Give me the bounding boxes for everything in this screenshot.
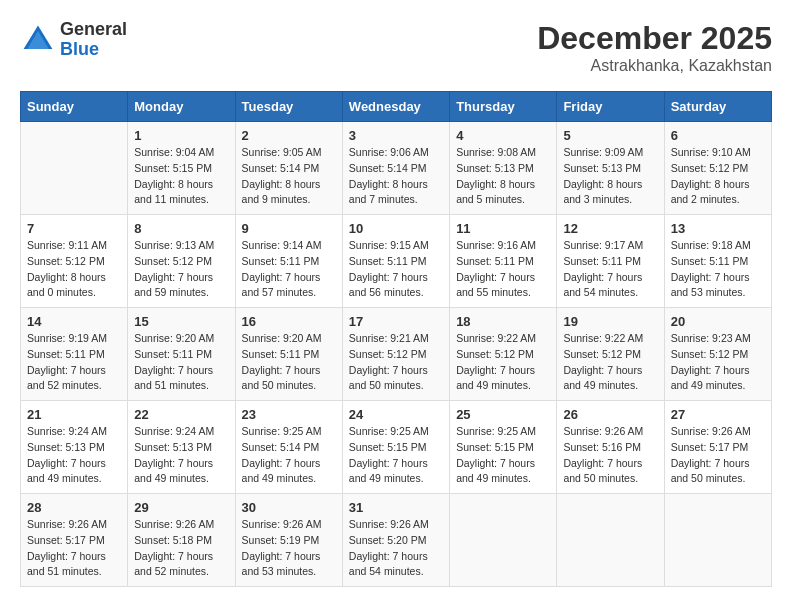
week-row-5: 28Sunrise: 9:26 AM Sunset: 5:17 PM Dayli… xyxy=(21,494,772,587)
calendar-header-row: SundayMondayTuesdayWednesdayThursdayFrid… xyxy=(21,92,772,122)
day-info: Sunrise: 9:09 AM Sunset: 5:13 PM Dayligh… xyxy=(563,145,657,208)
logo-text: General Blue xyxy=(60,20,127,60)
location-subtitle: Astrakhanka, Kazakhstan xyxy=(537,57,772,75)
logo-icon xyxy=(20,22,56,58)
day-cell: 11Sunrise: 9:16 AM Sunset: 5:11 PM Dayli… xyxy=(450,215,557,308)
day-number: 18 xyxy=(456,314,550,329)
day-number: 21 xyxy=(27,407,121,422)
day-number: 24 xyxy=(349,407,443,422)
day-number: 8 xyxy=(134,221,228,236)
day-number: 1 xyxy=(134,128,228,143)
day-cell: 9Sunrise: 9:14 AM Sunset: 5:11 PM Daylig… xyxy=(235,215,342,308)
logo-general: General xyxy=(60,20,127,40)
day-info: Sunrise: 9:13 AM Sunset: 5:12 PM Dayligh… xyxy=(134,238,228,301)
day-number: 30 xyxy=(242,500,336,515)
day-cell: 22Sunrise: 9:24 AM Sunset: 5:13 PM Dayli… xyxy=(128,401,235,494)
day-number: 15 xyxy=(134,314,228,329)
day-number: 31 xyxy=(349,500,443,515)
day-info: Sunrise: 9:06 AM Sunset: 5:14 PM Dayligh… xyxy=(349,145,443,208)
day-cell: 24Sunrise: 9:25 AM Sunset: 5:15 PM Dayli… xyxy=(342,401,449,494)
day-info: Sunrise: 9:22 AM Sunset: 5:12 PM Dayligh… xyxy=(456,331,550,394)
day-info: Sunrise: 9:20 AM Sunset: 5:11 PM Dayligh… xyxy=(134,331,228,394)
day-info: Sunrise: 9:26 AM Sunset: 5:17 PM Dayligh… xyxy=(671,424,765,487)
day-cell: 15Sunrise: 9:20 AM Sunset: 5:11 PM Dayli… xyxy=(128,308,235,401)
month-title: December 2025 xyxy=(537,20,772,57)
day-number: 13 xyxy=(671,221,765,236)
day-cell: 4Sunrise: 9:08 AM Sunset: 5:13 PM Daylig… xyxy=(450,122,557,215)
day-cell: 29Sunrise: 9:26 AM Sunset: 5:18 PM Dayli… xyxy=(128,494,235,587)
day-info: Sunrise: 9:19 AM Sunset: 5:11 PM Dayligh… xyxy=(27,331,121,394)
day-cell: 31Sunrise: 9:26 AM Sunset: 5:20 PM Dayli… xyxy=(342,494,449,587)
day-info: Sunrise: 9:26 AM Sunset: 5:20 PM Dayligh… xyxy=(349,517,443,580)
day-info: Sunrise: 9:15 AM Sunset: 5:11 PM Dayligh… xyxy=(349,238,443,301)
day-number: 28 xyxy=(27,500,121,515)
day-cell: 23Sunrise: 9:25 AM Sunset: 5:14 PM Dayli… xyxy=(235,401,342,494)
day-cell xyxy=(664,494,771,587)
day-cell xyxy=(557,494,664,587)
day-cell: 28Sunrise: 9:26 AM Sunset: 5:17 PM Dayli… xyxy=(21,494,128,587)
day-cell: 8Sunrise: 9:13 AM Sunset: 5:12 PM Daylig… xyxy=(128,215,235,308)
day-info: Sunrise: 9:04 AM Sunset: 5:15 PM Dayligh… xyxy=(134,145,228,208)
header-tuesday: Tuesday xyxy=(235,92,342,122)
day-info: Sunrise: 9:25 AM Sunset: 5:14 PM Dayligh… xyxy=(242,424,336,487)
day-cell: 18Sunrise: 9:22 AM Sunset: 5:12 PM Dayli… xyxy=(450,308,557,401)
day-number: 29 xyxy=(134,500,228,515)
day-cell: 19Sunrise: 9:22 AM Sunset: 5:12 PM Dayli… xyxy=(557,308,664,401)
day-number: 26 xyxy=(563,407,657,422)
day-number: 23 xyxy=(242,407,336,422)
day-info: Sunrise: 9:08 AM Sunset: 5:13 PM Dayligh… xyxy=(456,145,550,208)
day-cell xyxy=(21,122,128,215)
day-cell: 6Sunrise: 9:10 AM Sunset: 5:12 PM Daylig… xyxy=(664,122,771,215)
header-wednesday: Wednesday xyxy=(342,92,449,122)
day-cell: 20Sunrise: 9:23 AM Sunset: 5:12 PM Dayli… xyxy=(664,308,771,401)
day-cell xyxy=(450,494,557,587)
day-info: Sunrise: 9:26 AM Sunset: 5:17 PM Dayligh… xyxy=(27,517,121,580)
day-info: Sunrise: 9:05 AM Sunset: 5:14 PM Dayligh… xyxy=(242,145,336,208)
day-number: 25 xyxy=(456,407,550,422)
week-row-2: 7Sunrise: 9:11 AM Sunset: 5:12 PM Daylig… xyxy=(21,215,772,308)
day-cell: 27Sunrise: 9:26 AM Sunset: 5:17 PM Dayli… xyxy=(664,401,771,494)
day-cell: 13Sunrise: 9:18 AM Sunset: 5:11 PM Dayli… xyxy=(664,215,771,308)
day-info: Sunrise: 9:26 AM Sunset: 5:18 PM Dayligh… xyxy=(134,517,228,580)
day-number: 16 xyxy=(242,314,336,329)
header-friday: Friday xyxy=(557,92,664,122)
day-info: Sunrise: 9:25 AM Sunset: 5:15 PM Dayligh… xyxy=(349,424,443,487)
day-number: 6 xyxy=(671,128,765,143)
day-number: 14 xyxy=(27,314,121,329)
day-cell: 16Sunrise: 9:20 AM Sunset: 5:11 PM Dayli… xyxy=(235,308,342,401)
day-cell: 30Sunrise: 9:26 AM Sunset: 5:19 PM Dayli… xyxy=(235,494,342,587)
day-info: Sunrise: 9:17 AM Sunset: 5:11 PM Dayligh… xyxy=(563,238,657,301)
day-info: Sunrise: 9:20 AM Sunset: 5:11 PM Dayligh… xyxy=(242,331,336,394)
day-cell: 2Sunrise: 9:05 AM Sunset: 5:14 PM Daylig… xyxy=(235,122,342,215)
calendar-table: SundayMondayTuesdayWednesdayThursdayFrid… xyxy=(20,91,772,587)
day-cell: 10Sunrise: 9:15 AM Sunset: 5:11 PM Dayli… xyxy=(342,215,449,308)
header-thursday: Thursday xyxy=(450,92,557,122)
day-info: Sunrise: 9:18 AM Sunset: 5:11 PM Dayligh… xyxy=(671,238,765,301)
day-number: 19 xyxy=(563,314,657,329)
day-info: Sunrise: 9:11 AM Sunset: 5:12 PM Dayligh… xyxy=(27,238,121,301)
day-number: 17 xyxy=(349,314,443,329)
day-cell: 25Sunrise: 9:25 AM Sunset: 5:15 PM Dayli… xyxy=(450,401,557,494)
day-info: Sunrise: 9:26 AM Sunset: 5:16 PM Dayligh… xyxy=(563,424,657,487)
day-number: 9 xyxy=(242,221,336,236)
day-cell: 1Sunrise: 9:04 AM Sunset: 5:15 PM Daylig… xyxy=(128,122,235,215)
header-monday: Monday xyxy=(128,92,235,122)
day-cell: 14Sunrise: 9:19 AM Sunset: 5:11 PM Dayli… xyxy=(21,308,128,401)
day-number: 4 xyxy=(456,128,550,143)
day-number: 22 xyxy=(134,407,228,422)
day-info: Sunrise: 9:26 AM Sunset: 5:19 PM Dayligh… xyxy=(242,517,336,580)
week-row-4: 21Sunrise: 9:24 AM Sunset: 5:13 PM Dayli… xyxy=(21,401,772,494)
day-number: 27 xyxy=(671,407,765,422)
day-cell: 17Sunrise: 9:21 AM Sunset: 5:12 PM Dayli… xyxy=(342,308,449,401)
day-number: 12 xyxy=(563,221,657,236)
day-cell: 26Sunrise: 9:26 AM Sunset: 5:16 PM Dayli… xyxy=(557,401,664,494)
day-info: Sunrise: 9:10 AM Sunset: 5:12 PM Dayligh… xyxy=(671,145,765,208)
day-cell: 5Sunrise: 9:09 AM Sunset: 5:13 PM Daylig… xyxy=(557,122,664,215)
day-info: Sunrise: 9:25 AM Sunset: 5:15 PM Dayligh… xyxy=(456,424,550,487)
day-cell: 3Sunrise: 9:06 AM Sunset: 5:14 PM Daylig… xyxy=(342,122,449,215)
day-cell: 7Sunrise: 9:11 AM Sunset: 5:12 PM Daylig… xyxy=(21,215,128,308)
day-number: 7 xyxy=(27,221,121,236)
day-info: Sunrise: 9:14 AM Sunset: 5:11 PM Dayligh… xyxy=(242,238,336,301)
day-number: 20 xyxy=(671,314,765,329)
day-number: 11 xyxy=(456,221,550,236)
